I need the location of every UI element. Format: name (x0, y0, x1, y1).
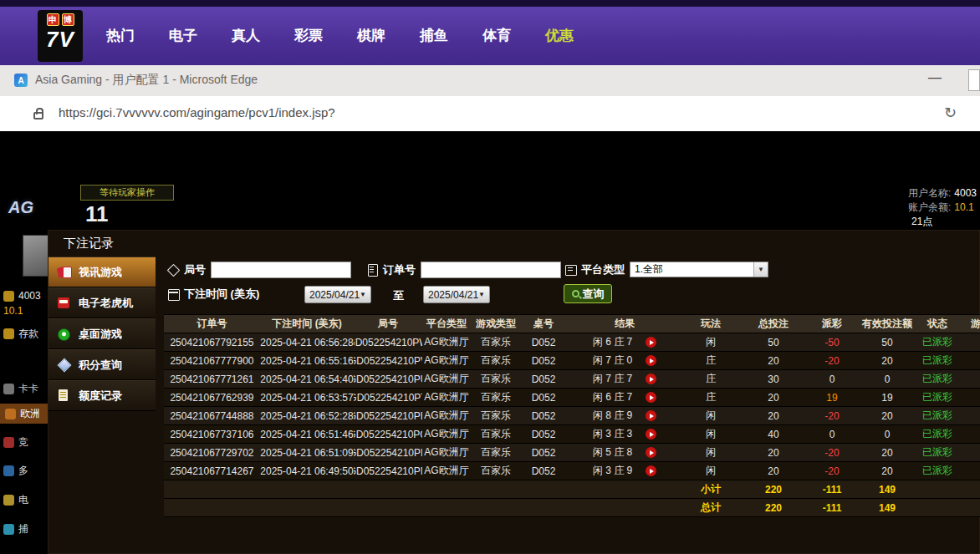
round-input[interactable] (211, 262, 351, 278)
replay-icon[interactable] (646, 337, 656, 348)
cell-time: 2025-04-21 06:53:57 (260, 389, 354, 406)
replay-icon[interactable] (646, 355, 656, 366)
cell-play: 庄 (683, 370, 738, 388)
round-label: 局号 (184, 262, 206, 277)
cell-payout: 0 (809, 370, 855, 388)
order-doc-icon (366, 264, 378, 276)
cell-payout: -20 (809, 444, 855, 461)
cell-valid: 0 (855, 425, 919, 443)
refresh-icon[interactable]: ↻ (944, 104, 957, 122)
left-item-label: 捕 (18, 522, 28, 536)
date-from-select[interactable]: 2025/04/21 ▼ (304, 286, 371, 303)
cell-valid: 149 (855, 480, 919, 498)
logo-text: 7V (46, 26, 74, 53)
cell-valid: 20 (855, 352, 919, 369)
cell-game (956, 389, 980, 406)
cell-gametype: 百家乐 (471, 352, 521, 369)
cell-order: 250421067737106 (164, 425, 260, 443)
query-label: 查询 (583, 287, 605, 302)
sidebar-item-0[interactable]: 视讯游戏 (48, 257, 156, 287)
cell-time: 2025-04-21 06:51:46 (260, 425, 354, 443)
left-item-label: 存款 (18, 327, 38, 341)
table-row[interactable]: 2504210677142672025-04-21 06:49:50GD0522… (164, 462, 980, 480)
cell-result: 闲 7 庄 7 (566, 370, 683, 388)
left-item-2[interactable]: 存款 (3, 323, 48, 343)
replay-icon[interactable] (646, 465, 656, 476)
replay-icon[interactable] (646, 429, 656, 440)
time-filter: 下注时间 (美东) (167, 287, 259, 302)
cell-play: 庄 (683, 389, 738, 406)
cell-order: 250421067714267 (164, 462, 260, 480)
cell-valid: 0 (855, 370, 919, 388)
query-button[interactable]: 查询 (564, 284, 612, 303)
table-row[interactable]: 2504210677297022025-04-21 06:51:09GD0522… (164, 444, 980, 462)
cell-game (956, 333, 980, 351)
nav-item-3[interactable]: 彩票 (294, 26, 323, 45)
left-item-4[interactable]: 欧洲 (0, 404, 48, 424)
sidebar-item-4[interactable]: 额度记录 (48, 380, 156, 411)
replay-icon[interactable] (646, 410, 656, 421)
nav-item-4[interactable]: 棋牌 (357, 26, 385, 45)
cell-bet: 40 (738, 425, 809, 443)
cell-platform: AG欧洲厅 (422, 370, 471, 388)
nav-item-5[interactable]: 捕鱼 (420, 26, 448, 45)
table-row[interactable]: 2504210677629392025-04-21 06:53:57GD0522… (164, 389, 980, 407)
left-item-8[interactable]: 捕 (3, 519, 48, 539)
cell-tableno: D052 (521, 462, 566, 480)
table-subtotal-row: 小计220-111149 (164, 480, 980, 499)
replay-icon[interactable] (646, 447, 656, 458)
nav-item-6[interactable]: 体育 (482, 26, 511, 45)
chevron-down-icon: ▼ (478, 291, 485, 298)
cell-round: GD052254210PR (354, 407, 422, 424)
user-info-label: 账户余额: (908, 201, 951, 213)
cell-round: GD052254210PU (354, 370, 422, 388)
edge-app-icon: A (14, 74, 28, 87)
cell-bet: 30 (738, 370, 809, 388)
left-item-6[interactable]: 多 (3, 460, 48, 480)
nav-item-1[interactable]: 电子 (169, 26, 197, 45)
nav-item-2[interactable]: 真人 (232, 26, 260, 45)
left-item-icon (5, 409, 16, 419)
cell-result: 闲 3 庄 3 (566, 425, 683, 443)
sidebar-item-label: 桌面游戏 (79, 327, 122, 342)
cell-platform (422, 480, 471, 498)
table-row[interactable]: 2504210677921552025-04-21 06:56:28GD0522… (164, 333, 980, 352)
left-item-5[interactable]: 竞 (3, 432, 48, 452)
table-row[interactable]: 2504210677448882025-04-21 06:52:28GD0522… (164, 407, 980, 425)
sidebar-item-2[interactable]: 桌面游戏 (48, 318, 156, 349)
minimize-button[interactable]: — (928, 70, 942, 85)
result-text: 闲 3 庄 3 (593, 427, 632, 441)
platform-select[interactable]: 1.全部 ▼ (630, 262, 768, 277)
cell-order: 250421067729702 (164, 444, 260, 461)
col-header-play: 玩法 (683, 315, 738, 333)
cell-round (354, 499, 422, 516)
slot-icon (57, 297, 72, 310)
cell-round: GD052254210PW (354, 333, 422, 351)
left-item-label: 多 (18, 464, 28, 478)
table-row[interactable]: 2504210677712612025-04-21 06:54:40GD0522… (164, 370, 980, 389)
nav-item-7[interactable]: 优惠 (545, 26, 574, 45)
cell-status (919, 480, 956, 498)
table-row[interactable]: 2504210677779002025-04-21 06:55:16GD0522… (164, 352, 980, 370)
left-item-1[interactable]: 10.1 (3, 301, 48, 321)
url-text[interactable]: https://gci.7vvvvvv.com/agingame/pcv1/in… (59, 105, 335, 119)
sidebar-item-3[interactable]: 积分查询 (48, 349, 156, 380)
cell-round: GD052254210PT (354, 389, 422, 406)
date-to-select[interactable]: 2025/04/21 ▼ (423, 286, 490, 303)
nav-item-0[interactable]: 热门 (106, 26, 135, 45)
cell-bet: 50 (738, 333, 809, 351)
cell-result: 闲 5 庄 8 (566, 444, 683, 461)
replay-icon[interactable] (646, 374, 656, 384)
left-item-7[interactable]: 电 (3, 490, 48, 510)
sidebar-item-1[interactable]: 电子老虎机 (48, 287, 156, 318)
cell-gametype (471, 499, 521, 516)
site-logo[interactable]: 申 博 7V (38, 10, 83, 62)
result-text: 闲 5 庄 8 (593, 445, 632, 460)
left-item-3[interactable]: 卡卡 (3, 379, 48, 399)
order-input[interactable] (421, 262, 561, 278)
cell-time (260, 480, 354, 498)
replay-icon[interactable] (646, 392, 656, 403)
table-row[interactable]: 2504210677371062025-04-21 06:51:46GD0522… (164, 425, 980, 444)
cell-platform: AG欧洲厅 (422, 389, 471, 406)
cell-gametype: 百家乐 (471, 407, 521, 424)
